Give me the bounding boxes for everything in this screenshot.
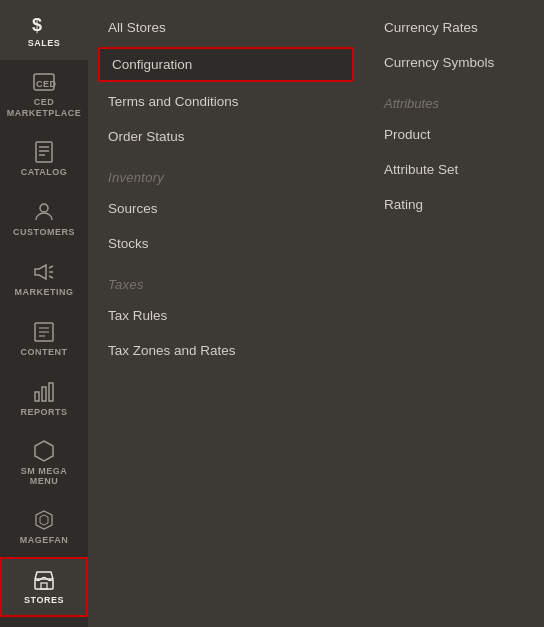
- svg-text:CED: CED: [36, 79, 56, 89]
- ced-icon: CED: [32, 70, 56, 94]
- menu-item-tax-rules[interactable]: Tax Rules: [88, 298, 364, 333]
- sidebar-item-label: CUSTOMERS: [13, 227, 75, 238]
- menu-item-terms-and-conditions[interactable]: Terms and Conditions: [88, 84, 364, 119]
- sidebar-item-label: CEDMARKETPLACE: [7, 97, 82, 119]
- dollar-icon: $: [32, 11, 56, 35]
- svg-marker-8: [35, 265, 46, 279]
- svg-rect-16: [35, 392, 39, 401]
- menu-item-configuration[interactable]: Configuration: [98, 47, 354, 82]
- sidebar-item-label: MARKETING: [15, 287, 74, 298]
- taxes-section-header: Taxes: [88, 261, 364, 298]
- sidebar-item-customers[interactable]: CUSTOMERS: [0, 189, 88, 249]
- sidebar-item-stores[interactable]: STORES: [0, 557, 88, 617]
- menu-item-all-stores[interactable]: All Stores: [88, 10, 364, 45]
- sidebar-item-magefan[interactable]: MAGEFAN: [0, 497, 88, 557]
- sidebar-item-content[interactable]: CONTENT: [0, 309, 88, 369]
- sidebar-item-label: REPORTS: [20, 407, 67, 418]
- sidebar-item-reports[interactable]: REPORTS: [0, 369, 88, 429]
- storefront-icon: [32, 568, 56, 592]
- sidebar-item-marketing[interactable]: MARKETING: [0, 249, 88, 309]
- menu-item-sources[interactable]: Sources: [88, 191, 364, 226]
- hexagon-icon: [32, 439, 56, 463]
- sidebar: $ SALES CED CEDMARKETPLACE CATALOG CUSTO…: [0, 0, 88, 627]
- sidebar-item-label: STORES: [24, 595, 64, 606]
- svg-marker-19: [35, 441, 53, 461]
- catalog-icon: [32, 140, 56, 164]
- sidebar-item-sm-mega-menu[interactable]: SM MEGAMENU: [0, 429, 88, 498]
- menu-item-order-status[interactable]: Order Status: [88, 119, 364, 154]
- menu-item-rating[interactable]: Rating: [364, 187, 544, 222]
- inventory-section-header: Inventory: [88, 154, 364, 191]
- menu-item-currency-rates[interactable]: Currency Rates: [364, 10, 544, 45]
- svg-rect-18: [49, 383, 53, 401]
- menu-column: All Stores Configuration Terms and Condi…: [88, 0, 364, 627]
- right-column: Currency Rates Currency Symbols Attribut…: [364, 0, 544, 627]
- svg-text:$: $: [32, 15, 43, 35]
- sidebar-item-sales[interactable]: $ SALES: [0, 0, 88, 60]
- menu-item-stocks[interactable]: Stocks: [88, 226, 364, 261]
- svg-rect-3: [36, 142, 52, 162]
- svg-rect-21: [41, 583, 47, 589]
- sidebar-item-label: CATALOG: [21, 167, 68, 178]
- person-icon: [32, 200, 56, 224]
- sidebar-item-label: MAGEFAN: [20, 535, 69, 546]
- sidebar-item-label: SM MEGAMENU: [21, 466, 68, 488]
- sidebar-item-ced-marketplace[interactable]: CED CEDMARKETPLACE: [0, 60, 88, 129]
- megaphone-icon: [32, 260, 56, 284]
- magefan-icon: [32, 508, 56, 532]
- menu-item-currency-symbols[interactable]: Currency Symbols: [364, 45, 544, 80]
- svg-line-11: [49, 276, 53, 278]
- menu-item-tax-zones-and-rates[interactable]: Tax Zones and Rates: [88, 333, 364, 368]
- svg-point-7: [40, 204, 48, 212]
- sidebar-item-label: CONTENT: [21, 347, 68, 358]
- menu-item-product[interactable]: Product: [364, 117, 544, 152]
- content-icon: [32, 320, 56, 344]
- sidebar-item-catalog[interactable]: CATALOG: [0, 129, 88, 189]
- main-content: All Stores Configuration Terms and Condi…: [88, 0, 544, 627]
- sidebar-item-label: SALES: [28, 38, 61, 49]
- menu-item-attribute-set[interactable]: Attribute Set: [364, 152, 544, 187]
- svg-line-9: [49, 266, 53, 268]
- attributes-section-header: Attributes: [364, 80, 544, 117]
- bar-chart-icon: [32, 380, 56, 404]
- svg-rect-17: [42, 387, 46, 401]
